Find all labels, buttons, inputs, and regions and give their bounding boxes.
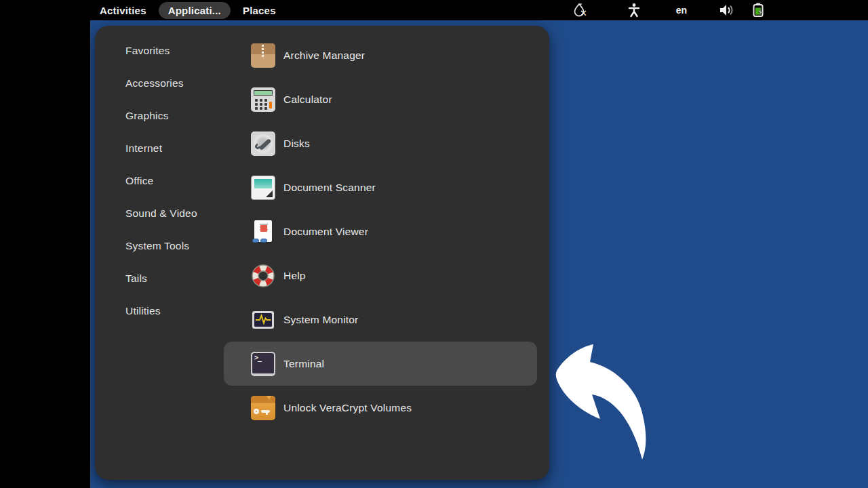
- tor-disconnected-icon[interactable]: ✕: [568, 0, 593, 20]
- app-label: Document Scanner: [283, 182, 376, 194]
- archive-manager-icon: [251, 43, 275, 68]
- top-bar-status-area: ✕ en: [568, 0, 770, 20]
- app-item-unlock-veracrypt[interactable]: Unlock VeraCrypt Volumes: [224, 386, 537, 430]
- app-item-terminal[interactable]: >_ Terminal: [224, 342, 537, 386]
- app-item-disks[interactable]: Disks: [224, 121, 537, 165]
- document-viewer-icon: [251, 220, 275, 244]
- accessibility-icon[interactable]: [623, 0, 645, 20]
- volume-icon[interactable]: [714, 0, 738, 20]
- app-item-calculator[interactable]: Calculator: [224, 77, 537, 121]
- app-label: System Monitor: [283, 314, 358, 326]
- svg-text:✕: ✕: [580, 8, 587, 18]
- app-label: Archive Manager: [283, 49, 365, 62]
- places-button[interactable]: Places: [236, 3, 283, 18]
- app-label: Unlock VeraCrypt Volumes: [283, 402, 412, 414]
- top-bar: Activities Applicati... Places ✕ en: [0, 0, 868, 20]
- app-item-document-viewer[interactable]: Document Viewer: [224, 209, 537, 253]
- disks-icon: [251, 131, 275, 156]
- veracrypt-icon: [251, 396, 275, 420]
- screen: Activities Applicati... Places ✕ en: [0, 0, 868, 488]
- app-label: Calculator: [283, 94, 332, 106]
- app-label: Disks: [283, 138, 310, 150]
- system-monitor-icon: [251, 308, 275, 332]
- app-item-help[interactable]: Help: [224, 253, 537, 298]
- app-label: Terminal: [283, 358, 324, 370]
- app-label: Help: [283, 270, 306, 282]
- annotation-arrow: [551, 340, 661, 466]
- keyboard-layout-indicator[interactable]: en: [672, 0, 691, 20]
- app-label: Document Viewer: [283, 226, 368, 238]
- top-bar-left: Activities Applicati... Places: [93, 2, 283, 19]
- applications-menu: Favorites Accessories Graphics Internet …: [95, 26, 549, 480]
- applications-menu-button[interactable]: Applicati...: [159, 2, 231, 19]
- calculator-icon: [251, 87, 275, 112]
- app-item-archive-manager[interactable]: Archive Manager: [224, 33, 537, 77]
- keyboard-layout-label: en: [676, 5, 687, 16]
- terminal-icon: >_: [251, 352, 275, 376]
- app-item-system-monitor[interactable]: System Monitor: [224, 298, 537, 342]
- activities-button[interactable]: Activities: [93, 3, 153, 18]
- document-scanner-icon: [251, 176, 275, 200]
- app-item-document-scanner[interactable]: Document Scanner: [224, 165, 537, 209]
- help-lifebuoy-icon: [251, 264, 275, 288]
- battery-charging-icon[interactable]: [747, 0, 770, 20]
- app-list: Archive Manager Calculator Disks: [224, 33, 537, 430]
